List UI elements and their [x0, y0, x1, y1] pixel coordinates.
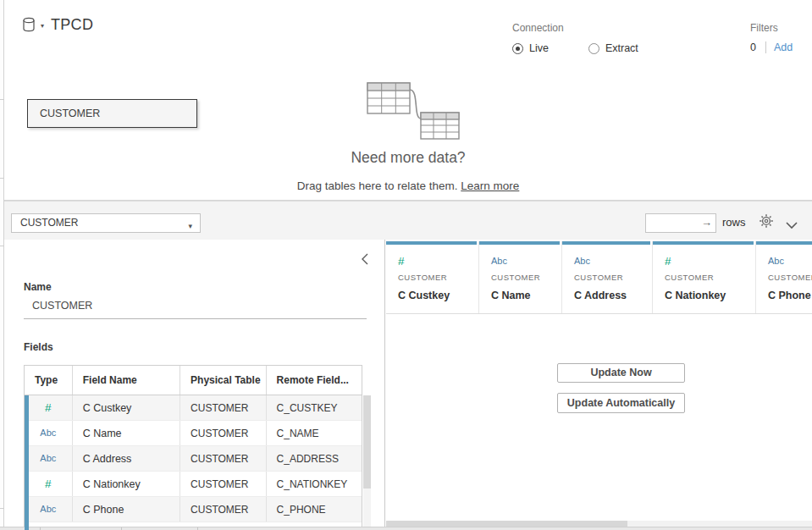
- grid-column-header[interactable]: Abc CUSTOMER C Name: [479, 241, 562, 313]
- column-field-name: C Custkey: [398, 290, 478, 301]
- fields-table-header-cell: Field Name: [73, 366, 180, 395]
- field-type-icon: #: [25, 395, 73, 420]
- field-type-icon: #: [25, 472, 73, 496]
- connection-label: Connection: [512, 22, 638, 34]
- live-radio[interactable]: [512, 43, 523, 54]
- tables-relate-graphic-icon: [356, 78, 462, 144]
- extract-radio-label: Extract: [605, 42, 638, 54]
- field-type-icon: Abc: [25, 446, 73, 471]
- metadata-panel: Name CUSTOMER Fields TypeField NamePhysi…: [4, 240, 385, 530]
- learn-more-link[interactable]: Learn more: [461, 179, 519, 192]
- tableau-datasource-page: ▾ TPCD Connection Live Extract Filters 0…: [0, 0, 812, 530]
- live-radio-label: Live: [529, 42, 549, 54]
- table-select-value: CUSTOMER: [20, 217, 78, 229]
- column-accent-bar: [653, 241, 754, 245]
- table-name-field[interactable]: CUSTOMER: [32, 300, 92, 312]
- filters-divider: [765, 41, 766, 53]
- fields-label: Fields: [24, 341, 53, 353]
- fields-table-header-cell: Physical Table: [180, 366, 266, 395]
- remote-field-cell: C_PHONE: [267, 497, 362, 522]
- fields-table-body: # C Custkey CUSTOMER C_CUSTKEY Abc C Nam…: [25, 395, 362, 530]
- relationship-canvas: ▾ TPCD Connection Live Extract Filters 0…: [4, 0, 812, 201]
- filters-add-link[interactable]: Add: [774, 41, 793, 53]
- physical-table-cell: CUSTOMER: [180, 446, 267, 471]
- column-field-name: C Nationkey: [665, 290, 755, 301]
- field-row[interactable]: # C Nationkey CUSTOMER C_NATIONKEY: [25, 472, 362, 497]
- empty-state-hint: Drag tables here to relate them. Learn m…: [4, 179, 812, 192]
- grid-column-header[interactable]: Abc CUSTOMER C Address: [562, 241, 653, 313]
- column-field-name: C Phone: [768, 290, 812, 301]
- grid-column-header[interactable]: Abc CUSTOMER C Phone: [756, 241, 812, 313]
- field-name-cell: C Address: [73, 446, 180, 471]
- name-label: Name: [24, 281, 52, 293]
- fields-scrollbar-thumb[interactable]: [363, 395, 371, 489]
- filters-label: Filters: [750, 22, 793, 34]
- grid-column-header[interactable]: # CUSTOMER C Custkey: [386, 241, 479, 313]
- extract-radio[interactable]: [588, 43, 599, 54]
- data-grid-pane: # CUSTOMER C Custkey Abc CUSTOMER C Name…: [386, 240, 812, 530]
- column-type-icon: #: [398, 255, 478, 268]
- table-select-dropdown[interactable]: CUSTOMER ▾: [11, 213, 201, 233]
- field-row[interactable]: Abc C Phone CUSTOMER C_PHONE: [25, 497, 362, 522]
- fields-table-header: TypeField NamePhysical TableRemote Field…: [25, 366, 362, 395]
- physical-table-cell: CUSTOMER: [180, 421, 267, 445]
- filters-count: 0: [750, 41, 756, 53]
- gear-icon[interactable]: [759, 213, 774, 229]
- column-accent-bar: [562, 241, 650, 245]
- column-type-icon: Abc: [768, 255, 812, 268]
- column-field-name: C Address: [574, 290, 652, 301]
- column-table-label: CUSTOMER: [768, 273, 812, 282]
- bottom-strip: [0, 527, 812, 530]
- physical-table-cell: CUSTOMER: [180, 472, 267, 496]
- name-field-underline: [24, 318, 367, 319]
- row-count-input[interactable]: [645, 213, 716, 233]
- column-table-label: CUSTOMER: [491, 273, 561, 282]
- column-table-label: CUSTOMER: [574, 273, 652, 282]
- database-menu-caret-icon[interactable]: ▾: [41, 22, 44, 30]
- rows-label: rows: [722, 216, 745, 229]
- field-row[interactable]: # C Custkey CUSTOMER C_CUSTKEY: [25, 395, 362, 421]
- column-field-name: C Name: [491, 290, 561, 301]
- field-type-icon: Abc: [25, 497, 73, 522]
- empty-state-title: Need more data?: [4, 149, 812, 167]
- update-automatically-button[interactable]: Update Automatically: [557, 393, 685, 413]
- data-grid-header: # CUSTOMER C Custkey Abc CUSTOMER C Name…: [386, 241, 812, 314]
- field-type-icon: Abc: [25, 421, 73, 445]
- column-type-icon: Abc: [574, 255, 652, 268]
- remote-field-cell: C_NATIONKEY: [267, 472, 362, 496]
- grid-column-header[interactable]: # CUSTOMER C Nationkey: [653, 241, 756, 313]
- field-name-cell: C Name: [73, 421, 180, 445]
- field-name-cell: C Custkey: [73, 395, 180, 420]
- customer-table-node[interactable]: CUSTOMER: [27, 99, 197, 128]
- column-accent-bar: [756, 241, 812, 245]
- column-table-label: CUSTOMER: [665, 273, 755, 282]
- collapse-panel-icon[interactable]: [361, 253, 369, 265]
- chevron-down-icon[interactable]: [786, 218, 798, 225]
- fields-table-header-cell: Type: [25, 366, 73, 395]
- column-type-icon: #: [665, 255, 755, 268]
- fields-table: TypeField NamePhysical TableRemote Field…: [24, 365, 362, 530]
- grid-toolbar: CUSTOMER ▾ → rows: [4, 201, 812, 240]
- fields-vertical-scrollbar[interactable]: [363, 395, 371, 530]
- column-accent-bar: [479, 241, 560, 245]
- empty-state-hint-text: Drag tables here to relate them.: [297, 179, 458, 192]
- field-name-cell: C Phone: [73, 497, 180, 522]
- select-caret-icon: ▾: [188, 218, 192, 235]
- update-now-button[interactable]: Update Now: [557, 363, 685, 383]
- remote-field-cell: C_NAME: [267, 421, 362, 445]
- field-row[interactable]: Abc C Address CUSTOMER C_ADDRESS: [25, 446, 362, 472]
- column-accent-bar: [386, 241, 477, 245]
- column-type-icon: Abc: [491, 255, 561, 268]
- fields-table-header-cell: Remote Field...: [267, 366, 362, 395]
- remote-field-cell: C_CUSTKEY: [267, 395, 362, 420]
- field-name-cell: C Nationkey: [73, 472, 180, 496]
- physical-table-cell: CUSTOMER: [180, 497, 267, 522]
- datasource-title[interactable]: TPCD: [51, 16, 93, 34]
- remote-field-cell: C_ADDRESS: [267, 446, 362, 471]
- field-row[interactable]: Abc C Name CUSTOMER C_NAME: [25, 421, 362, 446]
- database-icon[interactable]: [20, 16, 37, 35]
- connection-group: Connection Live Extract: [512, 22, 638, 54]
- column-table-label: CUSTOMER: [398, 273, 478, 282]
- filters-group: Filters 0 Add: [750, 22, 793, 53]
- physical-table-cell: CUSTOMER: [180, 395, 267, 420]
